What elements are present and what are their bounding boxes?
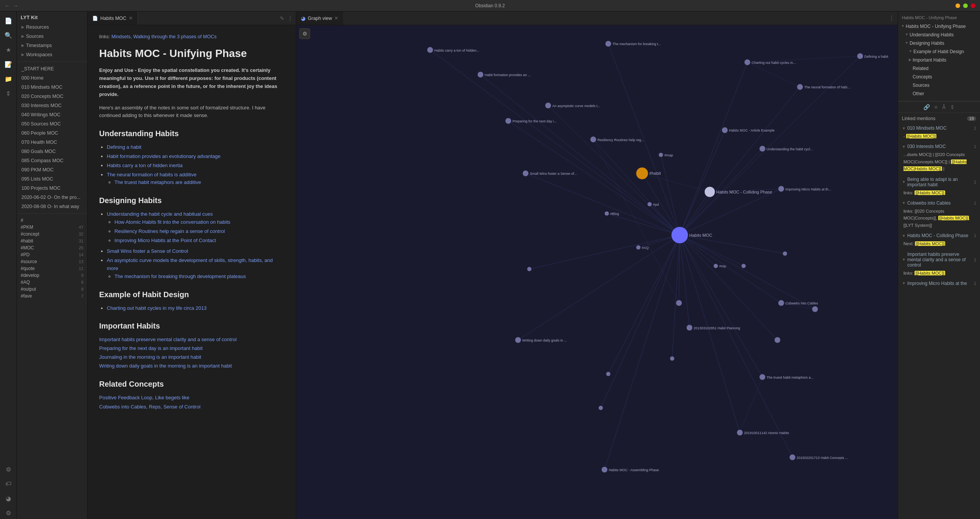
close-button[interactable] (971, 3, 975, 8)
outline-item-other[interactable]: Other (898, 89, 980, 98)
link-charting[interactable]: Charting out habit cycles in my life cir… (107, 305, 207, 311)
folder-icon[interactable]: 📁 (2, 73, 15, 85)
back-nav[interactable]: ← (5, 3, 10, 9)
link-mechanism[interactable]: The mechanism for breaking through devel… (114, 273, 246, 279)
sidebar-item-resources[interactable]: ▶ Resources (17, 23, 87, 32)
link-habits-inertia[interactable]: Habits carry a ton of hidden inertia (107, 163, 183, 168)
link-neural-formation[interactable]: The neural formation of habits is additi… (107, 172, 196, 177)
link-mindsets[interactable]: Mindsets (111, 34, 131, 39)
link-sense-control[interactable]: Sense of Control (163, 404, 201, 410)
tag-item-moc[interactable]: #MOC 25 (17, 244, 87, 251)
sidebar-item-writings[interactable]: 040 Writings MOC (17, 110, 87, 119)
sidebar-item-sources[interactable]: ▶ Sources (17, 32, 87, 41)
outline-item-example[interactable]: ▼ Example of Habit Design (898, 47, 980, 56)
files-icon[interactable]: 📄 (2, 15, 15, 27)
link-important3[interactable]: Journaling in the morning is an importan… (99, 353, 284, 361)
sidebar-item-compass[interactable]: 085 Compass MOC (17, 156, 87, 165)
sidebar-item-start[interactable]: _START HERE (17, 64, 87, 73)
link-improving-micro[interactable]: Improving Micro Habits at the Point of C… (114, 238, 216, 243)
mention-group-header[interactable]: ▼ 010 Mindsets MOC 1 (898, 124, 980, 132)
link-important1[interactable]: Important habits preserve mental clarity… (99, 336, 284, 344)
link-habit-formation[interactable]: Habit formation provides an evolutionary… (107, 153, 220, 159)
mention-group-header[interactable]: ▼ Important habits preserve mental clari… (898, 251, 980, 269)
graph-icon[interactable]: ◕ (2, 492, 15, 504)
outline-item-concepts[interactable]: Concepts (898, 73, 980, 81)
link-habit-cycle[interactable]: Understanding the habit cycle and habitu… (107, 211, 213, 217)
list-icon[interactable]: ≡ (934, 104, 938, 110)
star-icon[interactable]: ★ (2, 44, 15, 56)
sidebar-item-lists[interactable]: 095 Lists MOC (17, 174, 87, 184)
tag-item-source[interactable]: #source 13 (17, 258, 87, 265)
link-small-wins[interactable]: Small Wins foster a Sense of Control (107, 248, 188, 254)
link-resiliency[interactable]: Resiliency Routines help regain a sense … (114, 228, 225, 234)
outline-item-related[interactable]: Related (898, 64, 980, 73)
sidebar-item-goals[interactable]: 080 Goals MOC (17, 147, 87, 156)
outline-item-important[interactable]: ▶ Important Habits (898, 56, 980, 64)
link-important2[interactable]: Preparing for the next day is an importa… (99, 345, 284, 353)
sidebar-item-2020-06[interactable]: 2020-06-02 O- On the pro... (17, 193, 87, 202)
link-important4[interactable]: Writing down daily goals in the morning … (99, 362, 284, 370)
link-walking[interactable]: Walking through the 3 phases of MOCs (133, 34, 217, 39)
link-reps[interactable]: Reps (149, 404, 160, 410)
minimize-button[interactable] (956, 3, 960, 8)
tag-item-pkm[interactable]: #PKM 47 (17, 224, 87, 231)
sidebar-item-concepts[interactable]: 020 Concepts MOC (17, 92, 87, 101)
tag-item-habit[interactable]: #habit 31 (17, 238, 87, 244)
sort-icon[interactable]: ⇕ (2, 87, 15, 99)
tag-item-hash[interactable]: # (17, 217, 87, 224)
sidebar-item-people[interactable]: 060 People MOC (17, 129, 87, 138)
tag-item-concept[interactable]: #concept 32 (17, 231, 87, 238)
tags-icon[interactable]: 🏷 (2, 478, 15, 490)
outline-item-understanding[interactable]: ▼ Understanding Habits (898, 31, 980, 39)
mention-group-header[interactable]: ▼ 030 Interests MOC 1 (898, 143, 980, 150)
sidebar-item-home[interactable]: 000 Home (17, 73, 87, 83)
sidebar-item-interests[interactable]: 030 Interests MOC (17, 101, 87, 110)
link-positive-feedback[interactable]: Positive Feedback Loop (99, 395, 152, 400)
heading-icon[interactable]: Å (942, 104, 946, 110)
link-defining[interactable]: Defining a habit (107, 144, 141, 150)
sidebar-item-pkm[interactable]: 090 PKM MOC (17, 165, 87, 174)
sidebar-item-timestamps[interactable]: ▶ Timestamps (17, 41, 87, 50)
tag-item-fave[interactable]: #fave 7 (17, 293, 87, 299)
link-asymptotic[interactable]: An asymptotic curve models the developme… (107, 257, 273, 271)
plugin-icon[interactable]: ⚙ (2, 463, 15, 475)
sidebar-item-workspaces[interactable]: ▶ Workspaces (17, 50, 87, 59)
link-icon[interactable]: 🔗 (923, 104, 930, 110)
editor-tab[interactable]: 📄 Habits MOC ✕ (88, 11, 138, 25)
sidebar-item-sources-moc[interactable]: 050 Sources MOC (17, 119, 87, 129)
edit-icon[interactable]: ✎ (280, 15, 284, 21)
new-note-icon[interactable]: 📝 (2, 58, 15, 70)
tag-item-develop[interactable]: #develop 9 (17, 272, 87, 279)
graph-tab-close[interactable]: ✕ (334, 15, 338, 21)
tag-item-quote[interactable]: #quote 11 (17, 265, 87, 272)
graph-tab[interactable]: ◕ Graph view ✕ (296, 11, 343, 25)
link-atomic-habits[interactable]: How Atomic Habits fit into the conversat… (114, 219, 230, 225)
tag-item-aq[interactable]: #AQ 8 (17, 279, 87, 286)
sort2-icon[interactable]: ⇕ (950, 104, 955, 110)
forward-nav[interactable]: → (13, 3, 18, 9)
settings-icon[interactable]: ⚙ (2, 507, 15, 519)
sidebar-item-health[interactable]: 070 Health MOC (17, 138, 87, 147)
graph-more-icon[interactable]: ⋮ (889, 15, 895, 22)
more-options-icon[interactable]: ⋮ (287, 15, 293, 21)
linked-mentions-header[interactable]: Linked mentions 19 (898, 113, 980, 123)
link-truest-habit[interactable]: The truest habit metaphors are additive (114, 179, 201, 185)
tag-item-output[interactable]: #output 8 (17, 286, 87, 293)
mention-group-header[interactable]: ▼ Habits MOC - Colliding Phase 1 (898, 232, 980, 239)
link-like-begets[interactable]: Like begets like (155, 395, 189, 400)
tag-item-pd[interactable]: #PD 14 (17, 251, 87, 258)
link-cobwebs[interactable]: Cobwebs into Cables (99, 404, 146, 410)
graph-settings-button[interactable]: ⚙ (299, 28, 310, 39)
outline-item-unifying[interactable]: ▼ Habits MOC - Unifying Phase (898, 22, 980, 31)
sidebar-item-projects[interactable]: 100 Projects MOC (17, 184, 87, 193)
sidebar-item-mindsets[interactable]: 010 Mindsets MOC (17, 83, 87, 92)
outline-item-designing[interactable]: ▼ Designing Habits (898, 39, 980, 47)
maximize-button[interactable] (963, 3, 968, 8)
mention-group-header[interactable]: ▼ Cobwebs into Cables 1 (898, 199, 980, 207)
outline-item-sources[interactable]: Sources (898, 81, 980, 89)
search-icon[interactable]: 🔍 (2, 29, 15, 41)
mention-group-header[interactable]: ▼ Being able to adapt is an important ha… (898, 176, 980, 189)
mention-group-header[interactable]: ▼ Improving Micro Habits at the 1 (898, 280, 980, 287)
editor-tab-close[interactable]: ✕ (129, 15, 133, 21)
sidebar-item-2020-08[interactable]: 2020-08-08 O- In what way (17, 202, 87, 211)
